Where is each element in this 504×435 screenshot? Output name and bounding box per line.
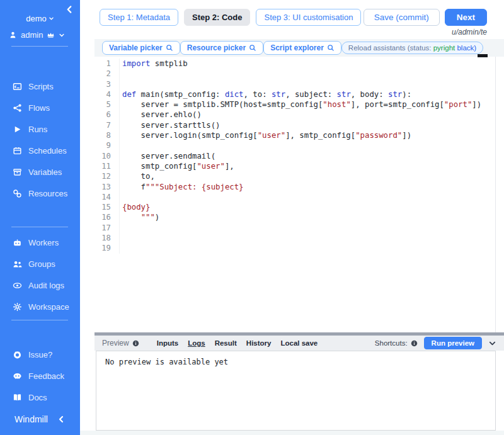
preview-actions: Shortcuts: Run preview	[375, 337, 496, 349]
link-icon	[13, 189, 22, 198]
sidebar-item-audit-logs[interactable]: Audit logs	[0, 274, 80, 296]
collapse-panel-icon[interactable]	[488, 339, 496, 347]
code-editor[interactable]: 1import smtplib234def main(smtp_config: …	[94, 57, 496, 332]
sidebar-item-workspace[interactable]: Workspace	[0, 296, 80, 317]
sidebar-collapse-icon[interactable]	[64, 4, 74, 14]
code-text: smtp_config["user"],	[119, 161, 234, 171]
save-commit-button[interactable]: Save (commit)	[364, 9, 440, 26]
user-menu[interactable]: admin	[9, 30, 65, 40]
sidebar-item-label: Runs	[28, 125, 47, 134]
sidebar-item-resources[interactable]: Resources	[0, 183, 80, 204]
tab-history[interactable]: History	[246, 339, 272, 347]
line-number: 2	[94, 69, 111, 79]
code-line[interactable]: 18	[94, 233, 495, 243]
discord-icon	[13, 371, 22, 381]
code-line[interactable]: 5 server = smtplib.SMTP(host=smtp_config…	[94, 99, 495, 110]
sidebar-divider	[11, 46, 68, 47]
run-preview-button[interactable]: Run preview	[424, 337, 482, 349]
sidebar-item-label: Issue?	[28, 350, 52, 359]
code-line[interactable]: 16 """)	[94, 212, 495, 222]
scrollbar-handle[interactable]	[478, 54, 488, 57]
sidebar-item-label: Scripts	[28, 82, 54, 91]
bottom-strip	[80, 431, 504, 435]
variable-picker-button[interactable]: Variable picker	[102, 41, 180, 55]
code-line[interactable]: 19	[94, 243, 495, 253]
chevron-left-icon[interactable]	[57, 415, 66, 424]
code-line[interactable]: 12 to,	[94, 171, 495, 181]
sidebar-item-feedback[interactable]: Feedback	[0, 365, 80, 387]
variable-picker-label: Variable picker	[109, 43, 163, 52]
sidebar-item-groups[interactable]: Groups	[0, 253, 80, 274]
line-number: 1	[94, 59, 111, 69]
code-text	[119, 233, 122, 243]
line-number: 16	[94, 212, 111, 222]
sidebar-item-runs[interactable]: Runs	[0, 118, 80, 140]
script-explorer-button[interactable]: Script explorer	[263, 41, 341, 55]
code-line[interactable]: 11 smtp_config["user"],	[94, 161, 495, 171]
code-text	[119, 140, 122, 150]
sidebar-item-schedules[interactable]: Schedules	[0, 140, 80, 161]
search-icon	[166, 44, 173, 52]
step-2-code-button[interactable]: Step 2: Code	[184, 9, 250, 26]
code-text: def main(smtp_config: dict, to: str, sub…	[119, 89, 411, 99]
editor-toolbar: Variable picker Resource picker Script e…	[94, 39, 504, 57]
tab-logs[interactable]: Logs	[188, 339, 205, 347]
sidebar-item-issue[interactable]: Issue?	[0, 344, 80, 365]
sidebar-item-flows[interactable]: Flows	[0, 97, 80, 118]
info-icon[interactable]	[411, 340, 418, 347]
code-line[interactable]: 9	[94, 140, 495, 150]
scripts-icon	[13, 82, 22, 91]
line-number: 19	[94, 243, 111, 253]
code-line[interactable]: 4def main(smtp_config: dict, to: str, su…	[94, 89, 495, 99]
reload-assistants-label: Reload assistants (status:	[348, 44, 433, 52]
tab-inputs[interactable]: Inputs	[157, 339, 179, 347]
resource-picker-button[interactable]: Resource picker	[180, 41, 263, 55]
sidebar-divider	[11, 320, 68, 320]
reload-assistants-button[interactable]: Reload assistants (status: pyright black…	[341, 42, 483, 54]
sidebar-item-label: Feedback	[28, 371, 64, 381]
sidebar-item-label: Docs	[28, 393, 47, 402]
code-line[interactable]: 17	[94, 223, 495, 233]
step-3-ui-customisation-button[interactable]: Step 3: UI customisation	[256, 9, 361, 26]
brand-name: Windmill	[14, 414, 48, 424]
code-line[interactable]: 3	[94, 79, 495, 89]
sidebar-item-label: Groups	[28, 259, 55, 269]
code-text: server.sendmail(	[119, 151, 215, 161]
tab-result[interactable]: Result	[215, 339, 237, 347]
workspace-selector[interactable]: demo	[0, 14, 80, 23]
sidebar-item-variables[interactable]: Variables	[0, 161, 80, 183]
code-line[interactable]: 13 f"""Subject: {subject}	[94, 182, 495, 192]
code-text	[119, 69, 122, 79]
code-text: """)	[119, 212, 159, 222]
code-line[interactable]: 2	[94, 69, 495, 79]
code-text	[119, 243, 122, 253]
github-icon	[13, 350, 22, 359]
shortcuts-label: Shortcuts:	[375, 339, 418, 347]
app-window: demo admin Scripts Flows Runs	[0, 0, 504, 435]
preview-output-text: No preview is available yet	[105, 358, 228, 366]
code-line[interactable]: 1import smtplib	[94, 59, 495, 69]
code-line[interactable]: 15{body}	[94, 202, 495, 212]
code-text: server.ehlo()	[119, 110, 202, 120]
book-icon	[13, 393, 22, 402]
info-icon[interactable]	[132, 340, 139, 347]
line-number: 4	[94, 89, 111, 99]
code-line[interactable]: 8 server.login(smtp_config["user"], smtp…	[94, 130, 495, 140]
sidebar-nav-footer: Issue? Feedback Docs	[0, 344, 80, 408]
next-button[interactable]: Next	[445, 9, 487, 26]
crown-icon	[47, 31, 55, 38]
sidebar-item-label: Variables	[28, 167, 62, 177]
sidebar-item-scripts[interactable]: Scripts	[0, 76, 80, 97]
status-pyright: pyright	[433, 44, 455, 52]
sidebar-item-docs[interactable]: Docs	[0, 387, 80, 408]
code-line[interactable]: 7 server.starttls()	[94, 120, 495, 130]
flows-icon	[13, 103, 22, 113]
sidebar-item-workers[interactable]: Workers	[0, 232, 80, 253]
code-line[interactable]: 10 server.sendmail(	[94, 151, 495, 161]
code-line[interactable]: 6 server.ehlo()	[94, 110, 495, 120]
step-1-metadata-button[interactable]: Step 1: Metadata	[100, 9, 178, 26]
chevron-down-icon	[49, 16, 54, 21]
tab-local-save[interactable]: Local save	[280, 339, 318, 347]
sidebar-item-label: Resources	[28, 189, 67, 198]
code-line[interactable]: 14	[94, 192, 495, 202]
